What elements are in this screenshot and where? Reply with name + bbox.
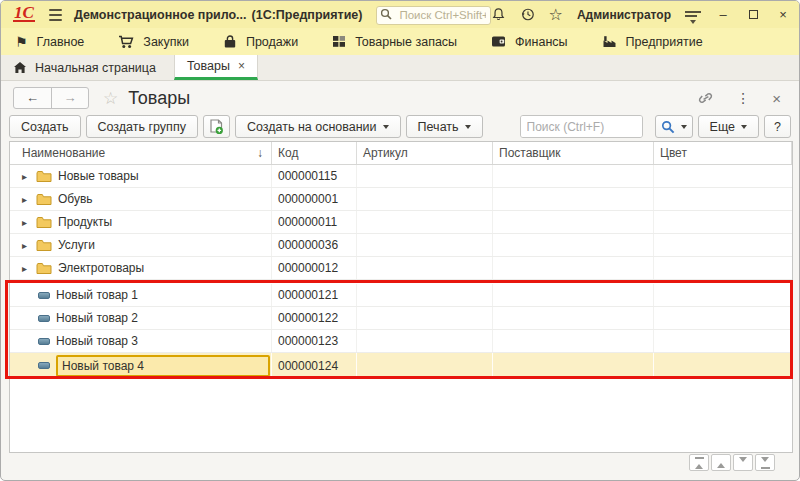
tab-home[interactable]: Начальная страница [9, 55, 174, 80]
favorites-star-icon[interactable]: ☆ [549, 8, 563, 22]
table-header-row: Наименование ↓ Код Артикул Поставщик Цве… [10, 142, 792, 165]
tab-close-icon[interactable]: × [238, 61, 245, 71]
expand-triangle-icon[interactable]: ▸ [22, 194, 34, 205]
app-window: 1С Демонстрационное прило... (1С:Предпри… [0, 0, 800, 481]
history-nav-group: ← → [13, 87, 89, 109]
create-based-on-button[interactable]: Создать на основании [235, 115, 401, 138]
folder-icon [36, 216, 52, 229]
table-row-item-selected[interactable]: Новый товар 4 000000124 [10, 353, 792, 379]
table-row-group[interactable]: ▸ Обувь 000000001 [10, 188, 792, 211]
menu-item-tovarnye-zapasy[interactable]: Товарные запасы [332, 35, 457, 49]
item-icon [38, 362, 50, 369]
menu-item-predpriyatie[interactable]: Предприятие [602, 35, 703, 49]
menu-item-glavnoe[interactable]: ⚑ Главное [15, 35, 84, 49]
history-clock-icon[interactable] [520, 7, 535, 22]
item-icon [38, 338, 50, 345]
column-header-article[interactable]: Артикул [357, 142, 493, 164]
items-table: Наименование ↓ Код Артикул Поставщик Цве… [9, 141, 793, 453]
item-icon [38, 292, 50, 299]
table-row-item[interactable]: Новый товар 2 000000122 [10, 307, 792, 330]
column-header-supplier[interactable]: Поставщик [493, 142, 654, 164]
open-windows-tabbar: Начальная страница Товары × [1, 55, 799, 81]
column-header-code[interactable]: Код [272, 142, 357, 164]
chevron-down-icon [741, 125, 747, 132]
document-add-icon [209, 119, 224, 135]
folder-icon [36, 239, 52, 252]
list-toolbar: Создать Создать группу Создать на основа… [1, 114, 799, 139]
page-header-actions: ⋮ × [698, 90, 787, 107]
service-menu-icon[interactable] [685, 11, 701, 19]
sections-menubar: ⚑ Главное Закупки Продажи Товарные запас… [1, 28, 799, 55]
create-group-button[interactable]: Создать группу [86, 115, 198, 138]
list-search-input[interactable] [521, 116, 644, 137]
wallet-icon [491, 35, 506, 48]
menu-label: Главное [37, 35, 85, 49]
tab-tovary-label: Товары [187, 59, 230, 73]
current-user[interactable]: Администратор [577, 8, 671, 22]
table-row-group[interactable]: ▸ Услуги 000000036 [10, 234, 792, 257]
scroll-up-button[interactable] [711, 454, 731, 471]
menu-label: Продажи [246, 35, 298, 49]
list-scroll-nav [689, 454, 775, 471]
menu-label: Финансы [515, 35, 567, 49]
global-search [376, 5, 490, 24]
list-search: × [520, 115, 644, 138]
maximize-button[interactable] [745, 7, 761, 23]
column-header-name[interactable]: Наименование ↓ [10, 142, 272, 164]
get-link-icon[interactable] [698, 91, 714, 105]
menu-item-finansy[interactable]: Финансы [491, 35, 567, 49]
global-search-input[interactable] [376, 6, 490, 25]
menu-label: Закупки [143, 35, 189, 49]
table-row-group[interactable]: ▸ Электротовары 000000012 [10, 257, 792, 280]
chevron-down-icon [681, 125, 687, 132]
add-to-favorites-star-icon[interactable]: ☆ [103, 88, 118, 109]
create-button[interactable]: Создать [9, 115, 81, 138]
tab-home-label: Начальная страница [35, 61, 156, 75]
search-icon [380, 8, 392, 20]
more-button[interactable]: Еще [698, 115, 759, 138]
home-icon [13, 61, 27, 74]
bag-icon [223, 35, 237, 49]
menu-item-zakupki[interactable]: Закупки [118, 35, 189, 49]
expand-triangle-icon[interactable]: ▸ [22, 263, 34, 274]
forward-button[interactable]: → [51, 88, 88, 108]
cart-icon [118, 35, 134, 49]
item-icon [38, 315, 50, 322]
table-row-item[interactable]: Новый товар 3 000000123 [10, 330, 792, 353]
scroll-down-button[interactable] [733, 454, 753, 471]
table-row-group[interactable]: ▸ Новые товары 000000115 [10, 165, 792, 188]
minimize-button[interactable]: – [715, 7, 731, 23]
copy-item-button[interactable] [203, 115, 230, 138]
folder-icon [36, 262, 52, 275]
sort-descending-icon: ↓ [257, 146, 263, 160]
tab-tovary[interactable]: Товары × [174, 55, 258, 80]
close-page-icon[interactable]: × [772, 90, 781, 107]
1c-logo-icon: 1С [13, 5, 35, 22]
app-title: Демонстрационное прило... [74, 8, 247, 22]
notifications-bell-icon[interactable] [491, 7, 506, 22]
flag-icon: ⚑ [15, 35, 28, 49]
back-button[interactable]: ← [14, 88, 51, 108]
main-menu-icon[interactable] [49, 9, 62, 21]
chevron-down-icon [465, 125, 471, 132]
chevron-down-icon [383, 125, 389, 132]
table-row-item[interactable]: Новый товар 1 000000121 [10, 284, 792, 307]
expand-triangle-icon[interactable]: ▸ [22, 217, 34, 228]
expand-triangle-icon[interactable]: ▸ [22, 240, 34, 251]
page-title: Товары [128, 88, 190, 109]
expand-triangle-icon[interactable]: ▸ [22, 171, 34, 182]
grid-icon [332, 35, 346, 48]
print-button[interactable]: Печать [406, 115, 483, 138]
close-window-button[interactable]: × [775, 7, 791, 23]
scroll-to-top-button[interactable] [689, 454, 709, 471]
advanced-search-button[interactable] [655, 115, 693, 138]
folder-icon [36, 193, 52, 206]
magnifier-icon [661, 120, 675, 134]
menu-item-prodazhi[interactable]: Продажи [223, 35, 298, 49]
scroll-to-bottom-button[interactable] [755, 454, 775, 471]
column-header-color[interactable]: Цвет [654, 142, 792, 164]
help-button[interactable]: ? [764, 115, 791, 138]
more-actions-dots-icon[interactable]: ⋮ [736, 90, 750, 106]
focused-cell[interactable]: Новый товар 4 [56, 355, 270, 377]
table-row-group[interactable]: ▸ Продукты 000000011 [10, 211, 792, 234]
